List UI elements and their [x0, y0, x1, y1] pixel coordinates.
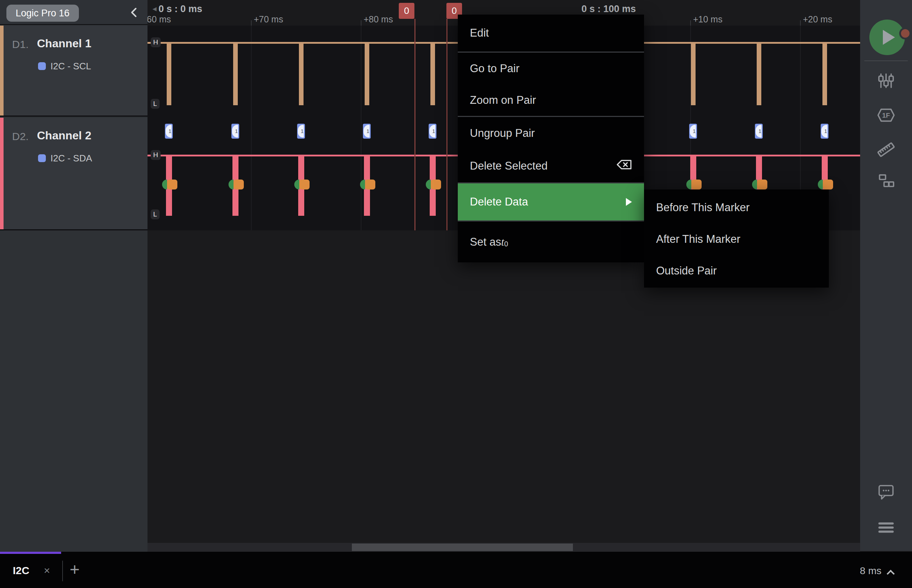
channel-row-1[interactable]: D1. Channel 1 I2C - SCL [0, 26, 147, 116]
i2c-stop-marker-icon [757, 179, 767, 189]
timeline-abs-right: 0 s : 100 ms [581, 3, 636, 15]
channel-row-2[interactable]: D2. Channel 2 I2C - SDA [0, 118, 147, 230]
timeline-tick-label: +70 ms [254, 14, 283, 24]
feedback-button[interactable] [877, 483, 895, 501]
ruler-icon [877, 140, 895, 159]
i2c-stop-marker-icon [234, 179, 244, 189]
ch1-high-level-label: H [151, 37, 161, 47]
i2c-start-marker-icon [294, 179, 299, 189]
timeline-tick-label: +10 ms [693, 14, 723, 24]
ch1-name: Channel 1 [37, 37, 91, 50]
ch1-decoder-dot [38, 62, 46, 70]
menu-item-zoom-on-pair[interactable]: Zoom on Pair [458, 84, 644, 116]
scl-low-pulse [430, 44, 435, 105]
hex-display-button[interactable]: 1F [877, 106, 895, 124]
submenu-item-after-this-marker[interactable]: After This Marker [644, 223, 829, 255]
decode-bubble-text: 1 [298, 125, 304, 137]
ch2-id: D2. [12, 131, 29, 142]
menu-item-go-to-pair[interactable]: Go to Pair [458, 53, 644, 84]
i2c-start-marker-icon [229, 179, 234, 189]
i2c-start-marker-icon [752, 179, 757, 189]
menu-item-ungroup-pair[interactable]: Ungroup Pair [458, 117, 644, 150]
channel-sidebar: Logic Pro 16 D1. Channel 1 I2C - SCL D2.… [0, 0, 147, 552]
measure-button[interactable] [877, 141, 895, 159]
timeline-tick-mark [361, 20, 362, 26]
decode-bubble-text: 1 [429, 125, 436, 137]
timeline-tick-mark [800, 20, 801, 26]
i2c-start-marker-icon [162, 179, 167, 189]
delete-data-submenu: Before This Marker After This Marker Out… [644, 189, 829, 288]
i2c-decode-bubble[interactable]: 1 [297, 124, 305, 139]
add-tab-button[interactable]: + [69, 560, 80, 579]
submenu-item-before-this-marker[interactable]: Before This Marker [644, 192, 829, 223]
decode-bubble-text: 1 [690, 125, 696, 137]
device-header: Logic Pro 16 [0, 0, 147, 25]
layout-blocks-icon [878, 173, 894, 189]
decode-bubble-text: 1 [166, 125, 172, 137]
horizontal-scrollbar-thumb[interactable] [352, 544, 573, 551]
timing-marker-flag[interactable]: 0 [399, 3, 415, 19]
timing-marker-line [446, 19, 447, 230]
backspace-icon [616, 159, 632, 173]
scl-low-pulse [299, 44, 303, 105]
timing-marker-line [415, 19, 415, 230]
session-tab[interactable]: I2C [13, 565, 29, 577]
i2c-decode-bubble[interactable]: 1 [755, 124, 763, 139]
ch1-decoder-label: I2C - SCL [50, 61, 91, 72]
i2c-start-stop-marker [686, 179, 702, 189]
scl-low-pulse [757, 44, 761, 105]
device-badge[interactable]: Logic Pro 16 [6, 5, 79, 22]
layout-blocks-button[interactable] [877, 172, 895, 190]
session-tab-bar: I2C × + 8 ms [0, 552, 912, 588]
zoom-level-caret-icon[interactable] [887, 570, 895, 578]
menu-item-set-as-t0[interactable]: Set as t0 [458, 221, 644, 262]
gridline [251, 26, 252, 230]
toolbar-divider [864, 60, 908, 61]
i2c-decode-bubble[interactable]: 1 [165, 124, 173, 139]
i2c-decode-bubble[interactable]: 1 [689, 124, 697, 139]
i2c-stop-marker-icon [365, 179, 375, 189]
sliders-icon [878, 73, 894, 89]
capture-settings-button[interactable] [877, 71, 895, 90]
scl-low-pulse [822, 44, 827, 105]
i2c-start-marker-icon [426, 179, 431, 189]
i2c-start-stop-marker [426, 179, 441, 189]
i2c-start-marker-icon [818, 179, 823, 189]
zoom-level-value[interactable]: 8 ms [860, 565, 881, 577]
i2c-decode-bubble[interactable]: 1 [363, 124, 371, 139]
record-indicator-dot [899, 27, 911, 39]
tab-bar-divider [62, 561, 63, 581]
menu-item-edit[interactable]: Edit [458, 15, 644, 52]
ch1-id: D1. [12, 39, 29, 50]
i2c-start-stop-marker [229, 179, 244, 189]
timeline-partial-tick: 60 ms [147, 14, 171, 24]
i2c-decode-bubble[interactable]: 1 [231, 124, 239, 139]
i2c-start-stop-marker [752, 179, 767, 189]
active-tab-indicator [0, 552, 61, 554]
submenu-item-outside-pair[interactable]: Outside Pair [644, 255, 829, 286]
scl-low-pulse [167, 44, 171, 105]
main-menu-button[interactable] [877, 519, 895, 537]
decode-bubble-text: 1 [755, 125, 762, 137]
collapse-sidebar-button[interactable] [128, 6, 140, 18]
ch2-low-level-label: L [151, 209, 160, 219]
horizontal-scrollbar[interactable] [147, 543, 860, 552]
menu-item-delete-selected[interactable]: Delete Selected [458, 150, 644, 183]
decode-bubble-text: 1 [822, 125, 827, 137]
i2c-decode-bubble[interactable]: 1 [821, 124, 828, 139]
i2c-stop-marker-icon [691, 179, 702, 189]
play-button[interactable] [869, 19, 905, 55]
play-icon [883, 30, 895, 45]
menu-item-delete-data[interactable]: Delete Data [458, 183, 644, 220]
ch2-color-stripe [0, 118, 3, 229]
ch2-decoder-dot [38, 154, 46, 162]
i2c-start-stop-marker [818, 179, 833, 189]
i2c-start-stop-marker [360, 179, 375, 189]
close-tab-button[interactable]: × [40, 565, 54, 577]
timeline-tick-mark [690, 20, 691, 26]
timeline-left-caret-icon: ◀ [152, 6, 157, 12]
hexagon-1F-icon: 1F [877, 107, 895, 123]
timeline-tick-mark [251, 20, 252, 26]
i2c-decode-bubble[interactable]: 1 [429, 124, 436, 139]
ch2-high-level-label: H [151, 150, 161, 160]
